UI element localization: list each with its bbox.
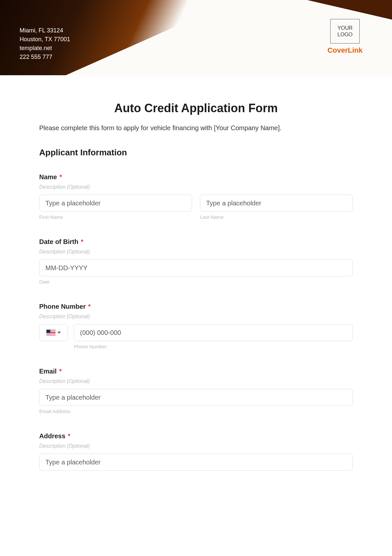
- sublabel-first-name: First Name: [39, 214, 192, 220]
- field-phone: Phone Number * Description (Optional) Ph…: [39, 303, 353, 349]
- field-description: Description (Optional): [39, 314, 353, 320]
- label-text: Date of Birth: [39, 238, 78, 245]
- address-input[interactable]: [39, 454, 353, 471]
- field-dob: Date of Birth * Description (Optional) D…: [39, 238, 353, 285]
- field-email: Email * Description (Optional) Email Add…: [39, 368, 353, 414]
- logo-text: YOUR: [337, 25, 352, 31]
- label-text: Phone Number: [39, 303, 86, 310]
- label-phone: Phone Number *: [39, 303, 353, 310]
- sublabel-last-name: Last Name: [200, 214, 353, 220]
- form-body: Auto Credit Application Form Please comp…: [0, 75, 392, 484]
- sublabel-date: Date: [39, 279, 353, 285]
- dob-input[interactable]: [39, 259, 353, 276]
- us-flag-icon: [46, 330, 56, 336]
- section-title-applicant: Applicant Information: [39, 148, 353, 158]
- label-text: Address: [39, 432, 65, 440]
- required-mark: *: [59, 368, 62, 375]
- logo-text: LOGO: [337, 31, 352, 38]
- label-address: Address *: [39, 432, 353, 440]
- email-input[interactable]: [39, 389, 353, 406]
- label-dob: Date of Birth *: [39, 238, 353, 246]
- field-description: Description (Optional): [39, 443, 353, 449]
- form-title: Auto Credit Application Form: [39, 101, 353, 115]
- field-address: Address * Description (Optional): [39, 432, 353, 471]
- label-name: Name *: [39, 173, 353, 181]
- chevron-down-icon: [57, 332, 61, 334]
- company-line: Houston, TX 77001: [20, 35, 70, 44]
- label-text: Email: [39, 368, 57, 375]
- brand-name: CoverLink: [327, 46, 363, 55]
- phone-input[interactable]: [74, 324, 353, 341]
- field-description: Description (Optional): [39, 184, 353, 190]
- page-header: Miami, FL 33124 Houston, TX 77001 templa…: [0, 0, 392, 75]
- company-line: 222 555 777: [20, 53, 70, 61]
- sublabel-phone: Phone Number: [74, 344, 353, 349]
- company-line: Miami, FL 33124: [20, 26, 70, 35]
- company-info: Miami, FL 33124 Houston, TX 77001 templa…: [20, 26, 70, 61]
- field-description: Description (Optional): [39, 249, 353, 255]
- form-intro: Please complete this form to apply for v…: [39, 124, 353, 132]
- logo-block: YOUR LOGO CoverLink: [327, 19, 363, 55]
- last-name-input[interactable]: [200, 195, 353, 212]
- sublabel-email: Email Address: [39, 408, 353, 414]
- first-name-input[interactable]: [39, 195, 192, 212]
- field-name: Name * Description (Optional) First Name…: [39, 173, 353, 220]
- logo-placeholder: YOUR LOGO: [330, 19, 360, 43]
- required-mark: *: [59, 173, 62, 181]
- required-mark: *: [81, 238, 84, 245]
- field-description: Description (Optional): [39, 378, 353, 384]
- company-line: template.net: [20, 44, 70, 53]
- label-text: Name: [39, 173, 57, 181]
- country-code-select[interactable]: [39, 324, 68, 341]
- required-mark: *: [68, 432, 71, 440]
- required-mark: *: [88, 303, 91, 310]
- label-email: Email *: [39, 368, 353, 375]
